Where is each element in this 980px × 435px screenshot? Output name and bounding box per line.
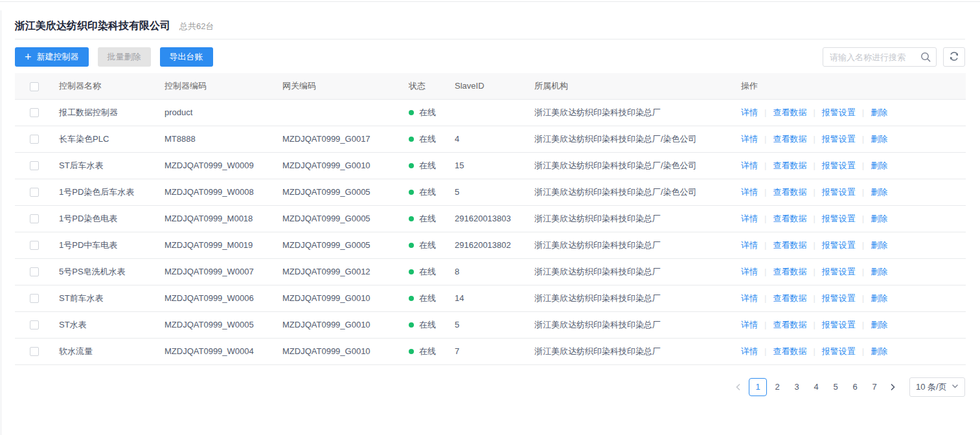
batch-delete-button[interactable]: 批量删除 <box>98 47 151 67</box>
search-icon[interactable] <box>920 51 931 65</box>
refresh-button[interactable] <box>943 47 965 67</box>
row-checkbox[interactable] <box>30 161 39 170</box>
delete-link[interactable]: 删除 <box>871 293 887 303</box>
delete-link[interactable]: 删除 <box>871 187 887 197</box>
alarm-settings-link[interactable]: 报警设置 <box>822 107 856 117</box>
delete-link[interactable]: 删除 <box>871 161 887 170</box>
action-separator: | <box>862 187 864 197</box>
alarm-settings-link[interactable]: 报警设置 <box>822 214 856 223</box>
alarm-settings-link[interactable]: 报警设置 <box>822 267 856 276</box>
prev-page-button[interactable] <box>729 378 747 396</box>
cell-gateway-code: MZDJQAT0999_G0010 <box>277 285 404 311</box>
row-checkbox[interactable] <box>30 214 39 223</box>
cell-gateway-code: MZDJQAT0999_G0010 <box>277 338 404 364</box>
view-data-link[interactable]: 查看数据 <box>773 346 806 356</box>
row-checkbox[interactable] <box>30 320 39 329</box>
delete-link[interactable]: 删除 <box>871 346 887 356</box>
view-data-link[interactable]: 查看数据 <box>773 161 806 170</box>
detail-link[interactable]: 详情 <box>741 320 758 329</box>
detail-link[interactable]: 详情 <box>741 161 758 170</box>
delete-link[interactable]: 删除 <box>871 214 887 223</box>
cell-controller-code: MZDJQAT0999_W0005 <box>159 311 277 338</box>
export-ledger-button[interactable]: 导出台账 <box>160 47 213 67</box>
alarm-settings-link[interactable]: 报警设置 <box>822 161 856 170</box>
page-number-active[interactable]: 1 <box>749 378 767 396</box>
view-data-link[interactable]: 查看数据 <box>773 293 806 303</box>
page-number[interactable]: 2 <box>768 378 786 396</box>
cell-slave-id: 4 <box>450 126 529 152</box>
alarm-settings-link[interactable]: 报警设置 <box>822 293 856 303</box>
cell-status: 在线 <box>404 232 450 258</box>
action-separator: | <box>862 346 864 356</box>
cell-slave-id: 291620013802 <box>450 232 529 258</box>
page-size-select[interactable]: 10 条/页 <box>909 377 965 397</box>
create-controller-button[interactable]: + 新建控制器 <box>15 47 89 67</box>
action-separator: | <box>764 320 766 329</box>
page-number[interactable]: 3 <box>788 378 806 396</box>
action-separator: | <box>862 161 864 170</box>
detail-link[interactable]: 详情 <box>741 214 758 223</box>
cell-actions: 详情|查看数据|报警设置|删除 <box>736 126 966 152</box>
row-checkbox[interactable] <box>30 108 39 117</box>
controllers-table: 控制器名称 控制器编码 网关编码 状态 SlaveID 所属机构 操作 报工数据… <box>15 73 966 365</box>
page-number[interactable]: 5 <box>826 378 845 396</box>
view-data-link[interactable]: 查看数据 <box>773 107 806 117</box>
detail-link[interactable]: 详情 <box>741 293 758 303</box>
view-data-link[interactable]: 查看数据 <box>773 214 806 223</box>
view-data-link[interactable]: 查看数据 <box>773 187 806 197</box>
row-checkbox[interactable] <box>30 347 39 356</box>
alarm-settings-link[interactable]: 报警设置 <box>822 134 856 144</box>
cell-controller-name: 1号PD染色后车水表 <box>54 179 159 205</box>
delete-link[interactable]: 删除 <box>871 134 887 144</box>
detail-link[interactable]: 详情 <box>741 240 758 250</box>
table-row: 软水流量 MZDJQAT0999_W0004 MZDJQAT0999_G0010… <box>15 338 966 364</box>
cell-org: 浙江美欣达纺织印染科技印染总厂 <box>529 232 736 258</box>
cell-status: 在线 <box>404 285 450 311</box>
delete-link[interactable]: 删除 <box>871 320 887 329</box>
table-header: 控制器名称 控制器编码 网关编码 状态 SlaveID 所属机构 操作 <box>15 73 966 99</box>
view-data-link[interactable]: 查看数据 <box>773 320 806 329</box>
page-number[interactable]: 7 <box>865 378 883 396</box>
alarm-settings-link[interactable]: 报警设置 <box>822 240 856 250</box>
cell-controller-name: 长车染色PLC <box>54 126 159 152</box>
delete-link[interactable]: 删除 <box>871 240 887 250</box>
page-number[interactable]: 4 <box>807 378 825 396</box>
cell-controller-name: ST水表 <box>54 311 159 338</box>
view-data-link[interactable]: 查看数据 <box>773 134 806 144</box>
view-data-link[interactable]: 查看数据 <box>773 267 806 276</box>
next-page-button[interactable] <box>883 378 902 396</box>
row-checkbox[interactable] <box>30 294 39 303</box>
action-separator: | <box>813 346 815 356</box>
detail-link[interactable]: 详情 <box>741 267 758 276</box>
header-controller-code: 控制器编码 <box>159 73 277 99</box>
toolbar: + 新建控制器 批量删除 导出台账 <box>15 47 965 67</box>
cell-gateway-code: MZDJQAT0999_G0005 <box>277 179 404 205</box>
action-separator: | <box>813 320 815 329</box>
cell-controller-code: MZDJQAT0999_W0006 <box>159 285 277 311</box>
detail-link[interactable]: 详情 <box>741 187 758 197</box>
title-divider <box>15 39 965 39</box>
page-number[interactable]: 6 <box>846 378 864 396</box>
detail-link[interactable]: 详情 <box>741 107 758 117</box>
table-row: 1号PD染色后车水表 MZDJQAT0999_W0008 MZDJQAT0999… <box>15 179 966 205</box>
alarm-settings-link[interactable]: 报警设置 <box>822 187 856 197</box>
alarm-settings-link[interactable]: 报警设置 <box>822 320 856 329</box>
row-checkbox[interactable] <box>30 267 39 276</box>
view-data-link[interactable]: 查看数据 <box>773 240 806 250</box>
detail-link[interactable]: 详情 <box>741 346 758 356</box>
select-all-checkbox[interactable] <box>30 82 39 91</box>
cell-gateway-code: MZDJQAT0999_G0010 <box>277 311 404 338</box>
total-count-label: 总共62台 <box>179 21 214 32</box>
cell-controller-code: MZDJQAT0999_M0019 <box>159 232 277 258</box>
table-row: ST前车水表 MZDJQAT0999_W0006 MZDJQAT0999_G00… <box>15 285 966 311</box>
row-checkbox[interactable] <box>30 188 39 197</box>
delete-link[interactable]: 删除 <box>871 267 887 276</box>
row-checkbox[interactable] <box>30 241 39 250</box>
detail-link[interactable]: 详情 <box>741 134 758 144</box>
row-checkbox[interactable] <box>30 135 39 144</box>
delete-link[interactable]: 删除 <box>871 107 887 117</box>
alarm-settings-link[interactable]: 报警设置 <box>822 346 856 356</box>
table-row: 1号PD中车电表 MZDJQAT0999_M0019 MZDJQAT0999_G… <box>15 232 966 258</box>
action-separator: | <box>764 267 766 276</box>
cell-actions: 详情|查看数据|报警设置|删除 <box>736 99 966 126</box>
